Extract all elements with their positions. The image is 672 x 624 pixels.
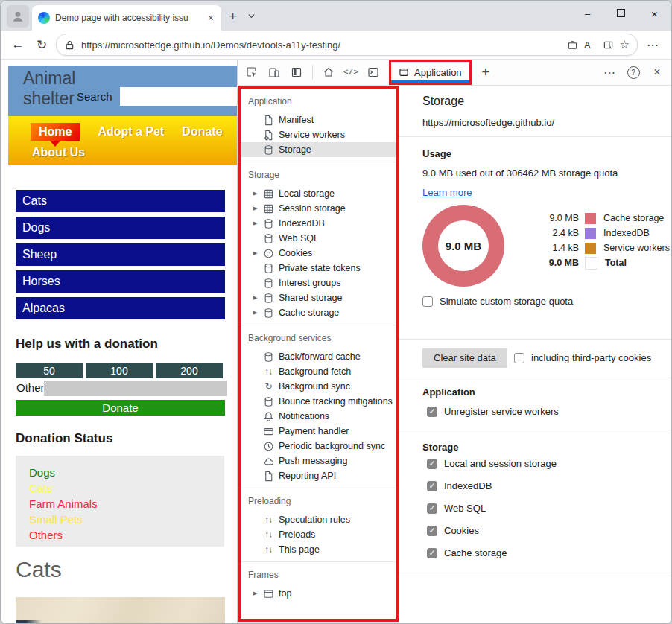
browser-tab[interactable]: Demo page with accessibility issu ×: [32, 5, 221, 31]
more-tabs-button[interactable]: +: [475, 65, 498, 80]
tree-item-indexeddb[interactable]: ▶IndexedDB: [241, 216, 396, 231]
checkbox-indexeddb[interactable]: ✓: [427, 481, 437, 491]
back-button[interactable]: ←: [8, 37, 28, 52]
checkbox-local-and-session-storage[interactable]: ✓: [427, 459, 437, 469]
tree-item-storage[interactable]: Storage: [241, 142, 396, 157]
device-emulation-icon[interactable]: [264, 63, 284, 82]
third-party-checkbox[interactable]: [514, 353, 524, 363]
amount-button-50[interactable]: 50: [16, 363, 83, 378]
donate-button[interactable]: Donate: [16, 400, 225, 416]
database-icon: [262, 217, 274, 229]
tree-item-shared-storage[interactable]: ▶Shared storage: [241, 290, 396, 305]
devtools-more-options[interactable]: ⋯: [600, 63, 619, 82]
tree-item-service-workers[interactable]: Service workers: [241, 127, 396, 142]
checkbox-web-sql[interactable]: ✓: [427, 503, 437, 514]
tree-item-preloads[interactable]: ↑↓Preloads: [241, 527, 396, 542]
clear-site-data-button[interactable]: Clear site data: [422, 348, 507, 368]
divider: [399, 573, 671, 573]
tree-item-top[interactable]: ▶top: [241, 586, 396, 601]
tree-item-session-storage[interactable]: ▶Session storage: [241, 201, 396, 216]
console-icon[interactable]: [364, 63, 383, 82]
search-input[interactable]: [120, 87, 237, 106]
site-nav: HomeAdopt a PetDonateJobs About Us: [8, 116, 237, 165]
tree-item-reporting-api[interactable]: Reporting API: [241, 468, 396, 483]
cloud-icon: [262, 455, 274, 467]
amount-button-100[interactable]: 100: [86, 363, 153, 378]
frame-icon: [262, 588, 274, 599]
profile-avatar[interactable]: [7, 5, 29, 28]
tree-item-periodic-background-sync[interactable]: Periodic background sync: [241, 439, 396, 453]
simulate-quota-checkbox[interactable]: [422, 296, 433, 307]
elements-code-icon[interactable]: </>: [341, 63, 361, 82]
tree-item-manifest[interactable]: Manifest: [241, 112, 396, 127]
tab-application[interactable]: Application: [389, 60, 472, 85]
learn-more-link[interactable]: Learn more: [422, 187, 472, 198]
nav-link-donate[interactable]: Donate: [182, 125, 222, 139]
table-icon: [262, 188, 274, 200]
inspect-element-icon[interactable]: [242, 63, 261, 82]
split-screen-icon[interactable]: [603, 39, 614, 51]
tree-item-push-messaging[interactable]: Push messaging: [241, 453, 396, 468]
tree-item-private-state-tokens[interactable]: Private state tokens: [241, 261, 396, 276]
animal-button-dogs[interactable]: Dogs: [16, 217, 225, 239]
expander-arrow-icon[interactable]: ▶: [253, 590, 262, 596]
expander-arrow-icon[interactable]: ▶: [253, 310, 262, 316]
expander-arrow-icon[interactable]: ▶: [253, 191, 262, 197]
tree-item-web-sql[interactable]: Web SQL: [241, 231, 396, 246]
checkbox-unregister-service-workers[interactable]: ✓: [427, 407, 437, 417]
animal-button-cats[interactable]: Cats: [16, 190, 225, 212]
close-window-button[interactable]: ×: [638, 7, 671, 20]
checkbox-cache-storage[interactable]: ✓: [427, 548, 437, 558]
tree-item-local-storage[interactable]: ▶Local storage: [241, 186, 396, 201]
favorites-star-icon[interactable]: ☆: [620, 38, 630, 51]
tree-item-back-forward-cache[interactable]: Back/forward cache: [241, 349, 396, 364]
tree-item-cache-storage[interactable]: ▶Cache storage: [241, 305, 396, 320]
expander-arrow-icon[interactable]: ▶: [253, 250, 262, 256]
updown-icon: ↑↓: [262, 514, 274, 526]
nav-link-home[interactable]: Home: [31, 123, 80, 141]
tab-actions-chevron-icon[interactable]: [247, 10, 256, 23]
url-text[interactable]: https://microsoftedge.github.io/Demos/de…: [81, 39, 561, 51]
refresh-button[interactable]: ↻: [32, 37, 51, 53]
new-tab-button[interactable]: +: [229, 8, 237, 25]
tab-close-icon[interactable]: ×: [206, 12, 215, 24]
updown-icon: ↑↓: [262, 529, 274, 541]
expander-arrow-icon[interactable]: ▶: [253, 206, 262, 211]
address-bar[interactable]: https://microsoftedge.github.io/Demos/de…: [56, 34, 638, 56]
tree-item-background-sync[interactable]: ↻Background sync: [241, 379, 396, 394]
sidebar-section-title: Storage: [241, 168, 396, 186]
status-item-dogs: Dogs: [29, 465, 224, 480]
briefcase-icon[interactable]: [567, 39, 578, 51]
dock-side-icon[interactable]: [287, 63, 306, 82]
other-amount-input[interactable]: [44, 381, 227, 396]
tree-item-bounce-tracking-mitigations[interactable]: Bounce tracking mitigations: [241, 394, 396, 409]
amount-button-200[interactable]: 200: [156, 363, 223, 378]
expander-arrow-icon[interactable]: ▶: [253, 295, 262, 301]
browser-settings-ellipsis[interactable]: ⋯: [642, 38, 664, 52]
tree-item-speculation-rules[interactable]: ↑↓Speculation rules: [241, 512, 396, 527]
tree-item-this-page[interactable]: ↑↓This page: [241, 542, 396, 557]
browser-toolbar: ← ↻ https://microsoftedge.github.io/Demo…: [1, 31, 671, 60]
nav-link-about-us[interactable]: About Us: [32, 146, 85, 159]
tree-item-payment-handler[interactable]: Payment handler: [241, 424, 396, 439]
animal-button-alpacas[interactable]: Alpacas: [16, 297, 225, 319]
lock-icon[interactable]: [64, 39, 75, 51]
tree-item-background-fetch[interactable]: ↑↓Background fetch: [241, 364, 396, 379]
minimize-button[interactable]: –: [571, 8, 604, 19]
checkbox-label: IndexedDB: [444, 480, 492, 491]
animal-button-horses[interactable]: Horses: [16, 270, 225, 293]
devtools-close-button[interactable]: ×: [647, 63, 667, 82]
checkbox-row-web-sql: ✓Web SQL: [427, 503, 486, 514]
tree-item-notifications[interactable]: Notifications: [241, 409, 396, 424]
checkbox-cookies[interactable]: ✓: [427, 526, 437, 536]
nav-link-adopt-a-pet[interactable]: Adopt a Pet: [98, 125, 164, 139]
maximize-button[interactable]: [604, 8, 638, 19]
tree-item-cookies[interactable]: ▶Cookies: [241, 246, 396, 261]
read-aloud-icon[interactable]: A⌒: [584, 39, 597, 51]
expander-arrow-icon[interactable]: ▶: [253, 220, 262, 226]
web-page-viewport: Animal shelter Search HomeAdopt a PetDon…: [1, 60, 237, 624]
tree-item-interest-groups[interactable]: Interest groups: [241, 276, 396, 290]
animal-button-sheep[interactable]: Sheep: [16, 243, 225, 266]
welcome-home-icon[interactable]: [319, 63, 338, 82]
devtools-help-icon[interactable]: ?: [624, 63, 643, 82]
